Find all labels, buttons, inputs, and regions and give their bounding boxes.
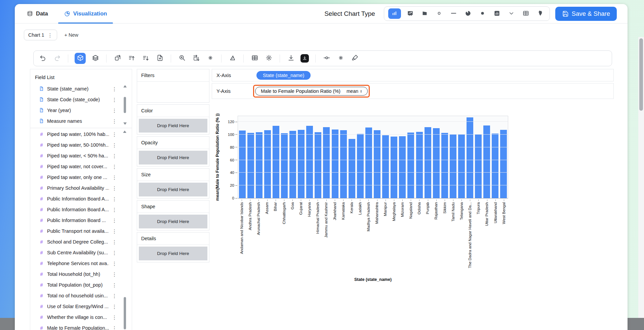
field-item[interactable]: #School and Degree Colleg...⋮ <box>30 236 132 247</box>
field-menu-icon[interactable]: ⋮ <box>112 108 117 113</box>
save-share-button[interactable]: Save & Share <box>555 7 617 21</box>
bar-Uttar Pradesh[interactable] <box>483 125 490 198</box>
field-menu-icon[interactable]: ⋮ <box>112 119 117 124</box>
field-menu-icon[interactable]: ⋮ <box>112 272 117 277</box>
field-menu-icon[interactable]: ⋮ <box>112 261 117 266</box>
field-menu-icon[interactable]: ⋮ <box>112 143 117 148</box>
chart-type-point-button[interactable] <box>434 9 444 19</box>
field-menu-icon[interactable]: ⋮ <box>112 229 117 234</box>
field-item[interactable]: #Public Transport not availa...⋮ <box>30 226 132 236</box>
aggregation-select[interactable]: mean ▲▼ <box>347 88 362 94</box>
layers-button[interactable] <box>91 54 100 63</box>
field-menu-icon[interactable]: ⋮ <box>112 283 117 288</box>
chart-type-data-table-button[interactable] <box>521 9 531 19</box>
bar-Jammu and Kashmir[interactable] <box>323 127 330 198</box>
chart-type-dot-button[interactable] <box>478 9 488 19</box>
download-button[interactable] <box>286 54 295 63</box>
bar-West Bengal[interactable] <box>500 130 507 198</box>
bar-Manipur[interactable] <box>382 135 389 198</box>
box-3d-button[interactable] <box>75 53 86 64</box>
field-item[interactable]: #Piped tap water, < 50% ha...⋮ <box>30 150 132 161</box>
chart-type-trend-board-button[interactable] <box>405 9 415 19</box>
bar-Haryana[interactable] <box>306 126 313 198</box>
bar-Rajasthan[interactable] <box>433 128 440 198</box>
field-menu-icon[interactable]: ⋮ <box>112 153 117 158</box>
chart-tab-1[interactable]: Chart 1 ⋮ <box>24 30 57 40</box>
field-item[interactable]: #Telephone Services not ava...⋮ <box>30 258 132 269</box>
bar-Karnataka[interactable] <box>340 130 347 198</box>
tab-visualization[interactable]: Visualization <box>63 4 109 23</box>
field-item[interactable]: #Piped tap water, 100% hab...⋮ <box>30 129 132 140</box>
field-item[interactable]: Year (year)⋮ <box>30 105 132 116</box>
field-item[interactable]: #Public Information Board ...⋮ <box>30 215 132 226</box>
gear-button[interactable] <box>264 54 273 63</box>
field-item[interactable]: #Piped tap water, 50-100%h...⋮ <box>30 140 132 150</box>
bar-The Dadra and Nagar Haveli and Da...[interactable] <box>467 117 473 198</box>
undo-button[interactable] <box>38 54 47 63</box>
sort-asc-button[interactable] <box>127 54 136 63</box>
measure-scroll-up-icon[interactable] <box>123 131 126 133</box>
chart-type-line-button[interactable] <box>449 9 459 19</box>
git-commit-button[interactable] <box>322 54 331 63</box>
field-item[interactable]: State Code (state_code)⋮ <box>30 94 132 105</box>
bar-Meghalaya[interactable] <box>391 137 397 198</box>
field-menu-icon[interactable]: ⋮ <box>112 207 117 212</box>
bar-Kerala[interactable] <box>349 139 355 198</box>
set-square-button[interactable] <box>228 54 237 63</box>
bar-Arunachal Pradesh[interactable] <box>256 132 263 198</box>
field-item[interactable]: #Male to Female Population...⋮ <box>30 323 132 330</box>
field-menu-icon[interactable]: ⋮ <box>112 326 117 330</box>
bar-Sikkim[interactable] <box>441 133 448 198</box>
gear-mini-button[interactable] <box>206 54 215 63</box>
bar-Odisha[interactable] <box>416 132 423 198</box>
bar-Assam[interactable] <box>264 130 271 198</box>
details-drop-zone[interactable]: Drop Field Here <box>139 247 207 260</box>
field-item[interactable]: #Whether the village is con...⋮ <box>30 312 132 323</box>
bar-Goa[interactable] <box>289 131 296 198</box>
field-menu-icon[interactable]: ⋮ <box>112 304 117 309</box>
field-item[interactable]: #Sub Centre Availability (su...⋮ <box>30 247 132 258</box>
zoom-in-button[interactable] <box>177 54 187 63</box>
redo-button[interactable] <box>52 54 62 63</box>
chart-type-bar-mini-button[interactable] <box>492 9 502 19</box>
opacity-drop-zone[interactable]: Drop Field Here <box>139 151 207 164</box>
dimension-scroll-thumb[interactable] <box>124 97 126 113</box>
field-menu-icon[interactable]: ⋮ <box>112 86 117 91</box>
bar-Mizoram[interactable] <box>399 136 406 198</box>
filters-drop-area[interactable] <box>137 82 209 102</box>
field-item[interactable]: #Total no of household usin...⋮ <box>30 290 132 301</box>
field-menu-icon[interactable]: ⋮ <box>112 175 117 180</box>
chart-type-chevron-down-button[interactable] <box>507 9 517 19</box>
size-drop-zone[interactable]: Drop Field Here <box>139 183 207 196</box>
shape-drop-zone[interactable]: Drop Field Here <box>139 215 207 228</box>
chart-type-bar-chart-button[interactable] <box>388 8 401 19</box>
field-item[interactable]: #Primary School Availability ...⋮ <box>30 183 132 193</box>
field-item[interactable]: #Public Information Board A...⋮ <box>30 193 132 204</box>
field-item[interactable]: #Piped tap water, only one ...⋮ <box>30 172 132 183</box>
sort-desc-button[interactable] <box>141 54 150 63</box>
field-item[interactable]: #Public Information Board A...⋮ <box>30 204 132 215</box>
gear-mini-button[interactable] <box>336 54 345 63</box>
bar-Ladakh[interactable] <box>357 134 364 198</box>
bar-Tamil Nadu[interactable] <box>450 135 456 198</box>
field-menu-icon[interactable]: ⋮ <box>112 132 117 137</box>
field-item[interactable]: Measure names⋮ <box>30 116 132 126</box>
new-chart-tab-button[interactable]: + New <box>62 30 81 40</box>
x-axis-field-pill[interactable]: State (state_name) <box>256 71 311 80</box>
field-menu-icon[interactable]: ⋮ <box>112 240 117 245</box>
field-menu-icon[interactable]: ⋮ <box>112 97 117 102</box>
bar-Andaman and Nicobar Islands[interactable] <box>239 131 246 198</box>
chart-type-area-flag-button[interactable] <box>420 9 430 19</box>
field-menu-icon[interactable]: ⋮ <box>112 293 117 298</box>
dimension-scrollbar[interactable] <box>123 85 127 125</box>
field-menu-icon[interactable]: ⋮ <box>112 196 117 201</box>
tab-data[interactable]: Data <box>26 4 49 23</box>
field-menu-icon[interactable]: ⋮ <box>112 315 117 320</box>
bar-Andhra Pradesh[interactable] <box>247 133 254 198</box>
page-scrollbar-thumb[interactable] <box>639 38 643 111</box>
field-menu-icon[interactable]: ⋮ <box>112 218 117 223</box>
field-item[interactable]: #Use of Solar Energy/Wind ...⋮ <box>30 301 132 312</box>
scroll-up-icon[interactable] <box>123 85 127 87</box>
data-table-button[interactable] <box>250 54 259 63</box>
bar-Uttarakhand[interactable] <box>492 134 498 198</box>
